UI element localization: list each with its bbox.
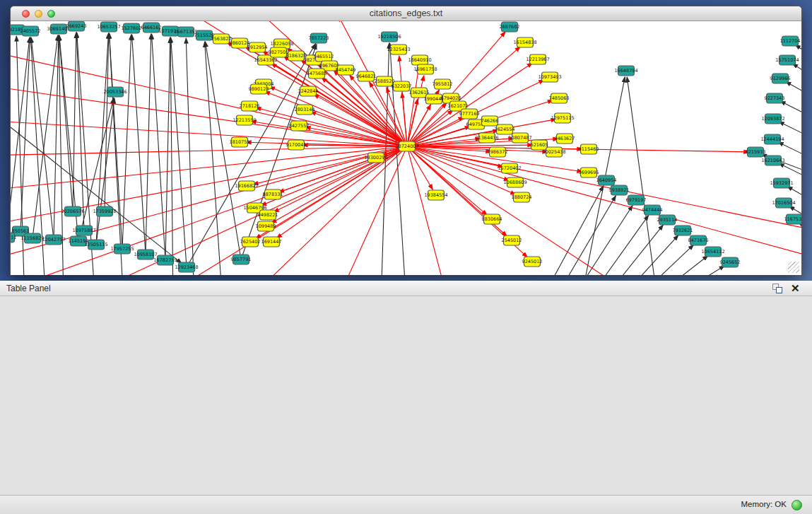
network-node-label: 17359928 [93, 209, 116, 214]
network-node-label: 7563822 [211, 36, 232, 42]
network-node-label: 2405572 [20, 28, 41, 34]
network-edge-directed[interactable] [600, 225, 663, 275]
network-node-label: 9129966 [770, 76, 791, 81]
network-edge-directed[interactable] [152, 34, 165, 260]
network-edge-directed[interactable] [585, 215, 649, 275]
window-titlebar[interactable]: citations_edges.txt [11, 6, 801, 21]
nodes-layer: 1921856240557230691406266924310653257152… [11, 21, 801, 272]
network-node-label: 7932621 [673, 228, 693, 233]
memory-status-label: Memory: OK [741, 500, 787, 508]
close-window-button[interactable] [22, 10, 30, 18]
network-node-label: 2545012 [502, 238, 522, 243]
network-node-label: 15720407 [498, 165, 521, 171]
float-panel-icon[interactable] [772, 284, 782, 293]
network-edge-directed[interactable] [96, 98, 114, 245]
network-node-label: 12505115 [84, 242, 107, 247]
network-node-label: 9498221 [258, 212, 278, 218]
network-node-label: 1099489 [256, 223, 276, 229]
network-node-label: 1112704 [780, 38, 801, 44]
network-edge-directed[interactable] [78, 98, 114, 241]
network-edge-citation[interactable] [407, 146, 801, 260]
network-node-label: 12975115 [551, 115, 574, 121]
network-edge-directed[interactable] [627, 77, 658, 275]
memory-status-indicator-icon [792, 500, 802, 510]
close-panel-icon[interactable] [791, 281, 802, 296]
network-canvas[interactable]: 1921856240557230691406266924310653257152… [11, 21, 801, 275]
network-node-label: 20053346 [103, 89, 126, 95]
network-node-label: 1527602 [122, 25, 142, 31]
network-node-label: 6979197 [626, 197, 647, 203]
network-edge-directed[interactable] [616, 235, 678, 275]
network-node-label: 9115460 [579, 146, 599, 152]
network-edge-citation[interactable] [158, 146, 407, 275]
network-edge-citation[interactable] [253, 146, 407, 185]
network-window: citations_edges.txt 19218562405572306914… [10, 6, 802, 275]
network-node-label: 10688609 [503, 180, 526, 185]
network-node-label: 16543362 [254, 57, 277, 63]
network-node-label: 17016504 [772, 200, 795, 206]
network-edge-directed[interactable] [569, 206, 632, 275]
network-node-label: 621605 [531, 142, 548, 148]
network-node-label: 21364436 [475, 135, 498, 141]
network-edge-directed[interactable] [132, 35, 146, 255]
network-node-label: 1640954 [596, 177, 617, 183]
network-node-label: 16782759 [153, 257, 177, 263]
network-edge-directed[interactable] [646, 256, 708, 275]
network-node-label: 5938921 [609, 187, 630, 193]
network-node-label: 10807487 [508, 135, 531, 141]
network-edge-directed[interactable] [793, 64, 801, 88]
network-node-label: 9245652 [720, 259, 741, 265]
canvas-resize-grip[interactable] [788, 262, 799, 273]
minimize-window-button[interactable] [35, 10, 42, 18]
network-node-label: 1810755 [230, 139, 250, 145]
network-node-label: 12923468 [175, 264, 198, 270]
network-edge-directed[interactable] [778, 142, 801, 168]
network-node-label: 10958107 [134, 252, 157, 257]
network-node-label: 12325413 [387, 47, 410, 52]
network-edge-directed[interactable] [73, 33, 76, 211]
network-node-label: 7625402 [240, 239, 261, 245]
network-edge-directed[interactable] [165, 37, 170, 260]
network-node-label: 18300295 [364, 155, 387, 160]
network-edge-citation[interactable] [407, 146, 641, 275]
network-edge-directed[interactable] [171, 37, 187, 267]
network-edge-directed[interactable] [631, 245, 693, 275]
network-node-label: 16210643 [761, 158, 784, 163]
network-edge-directed[interactable] [76, 33, 84, 230]
network-edge-directed[interactable] [146, 34, 151, 255]
network-edge-directed[interactable] [205, 42, 223, 275]
network-node-label: 9646821 [356, 74, 377, 79]
zoom-window-button[interactable] [47, 10, 55, 18]
network-edge-directed[interactable] [779, 122, 801, 147]
network-node-label: 1167533 [784, 216, 801, 222]
network-edge-citation[interactable] [407, 146, 447, 275]
network-node-label: 19166827 [235, 183, 258, 189]
network-edge-directed[interactable] [187, 44, 316, 267]
network-edge-directed[interactable] [786, 81, 801, 107]
network-edge-directed[interactable] [11, 37, 30, 238]
network-edge-directed[interactable] [31, 37, 54, 240]
network-edge-citation[interactable] [11, 86, 407, 146]
network-edge-directed[interactable] [241, 44, 317, 259]
network-edge-directed[interactable] [170, 37, 173, 275]
network-node-label: 18724007 [395, 144, 418, 149]
network-edge-directed[interactable] [186, 38, 194, 275]
network-graph: 1921856240557230691406266924310653257152… [11, 21, 801, 275]
network-node-label: 10654112 [701, 249, 724, 255]
network-node-label: 12444194 [760, 136, 784, 142]
desktop-background: citations_edges.txt 19218562405572306914… [0, 0, 812, 281]
network-node-label: 8454749 [336, 67, 356, 73]
network-edge-directed[interactable] [780, 101, 801, 127]
network-node-label: 20206576 [61, 209, 84, 214]
network-node-label: 16961758 [413, 66, 437, 72]
network-node-label: 10653257 [97, 24, 120, 30]
network-edge-citation[interactable] [11, 121, 407, 146]
network-edge-citation[interactable] [407, 146, 433, 189]
network-node-label: 9227343 [765, 95, 785, 101]
network-edge-directed[interactable] [539, 186, 604, 275]
network-node-label: 19218506 [377, 34, 401, 40]
network-node-label: 2935114 [657, 217, 678, 223]
network-node-label: 2718126 [240, 103, 260, 109]
network-node-label: 3624554 [495, 127, 515, 132]
table-panel-title: Table Panel [6, 281, 51, 296]
